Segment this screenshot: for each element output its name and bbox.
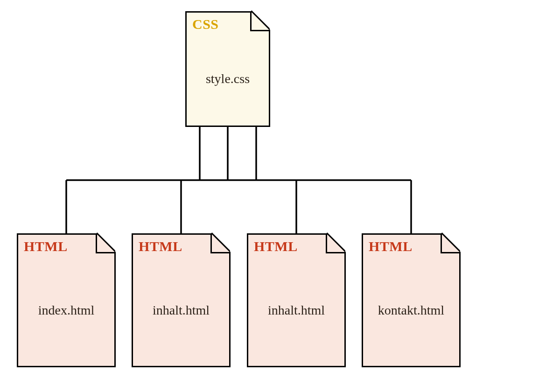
html-file-2: HTML inhalt.html (132, 233, 231, 367)
file-name-label: inhalt.html (248, 303, 344, 318)
file-fold-icon (96, 233, 116, 253)
diagram-canvas: CSS style.css HTML index.html HTML inhal… (0, 0, 560, 392)
file-fold-icon (441, 233, 461, 253)
html-file-3: HTML inhalt.html (247, 233, 346, 367)
file-fold-icon (250, 11, 270, 31)
html-file-4: HTML kontakt.html (362, 233, 461, 367)
file-type-label: HTML (24, 238, 68, 254)
file-name-label: style.css (187, 71, 269, 86)
file-name-label: index.html (18, 303, 114, 318)
file-name-label: kontakt.html (363, 303, 459, 318)
html-file-1: HTML index.html (17, 233, 116, 367)
file-fold-icon (326, 233, 346, 253)
file-type-label: HTML (254, 238, 298, 254)
file-name-label: inhalt.html (133, 303, 229, 318)
file-type-label: HTML (369, 238, 413, 254)
file-type-label: HTML (139, 238, 182, 254)
css-file: CSS style.css (185, 11, 270, 127)
file-fold-icon (210, 233, 231, 253)
file-type-label: CSS (192, 16, 219, 32)
